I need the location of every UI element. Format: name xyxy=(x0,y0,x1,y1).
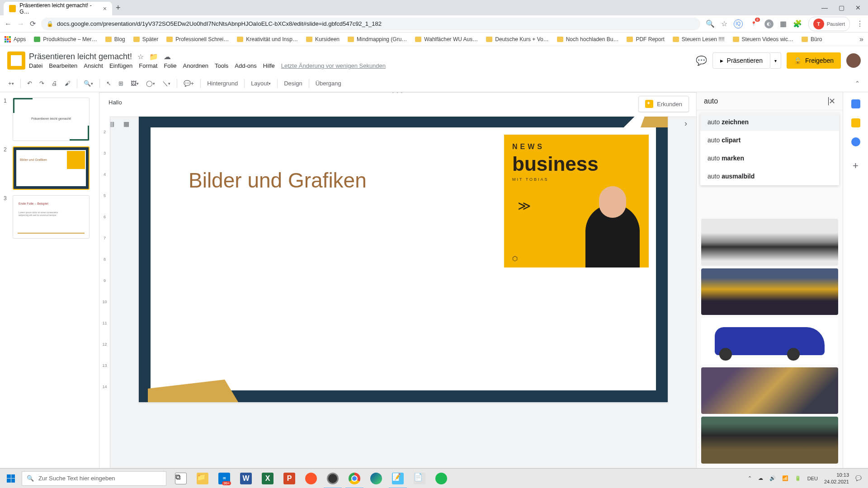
star-icon[interactable]: ☆ xyxy=(721,19,727,28)
slide-title-text[interactable]: Bilder und Grafiken xyxy=(189,168,367,192)
file-explorer-icon[interactable]: 📁 xyxy=(192,469,213,488)
menu-bearbeiten[interactable]: Bearbeiten xyxy=(49,62,77,69)
notepad2-icon[interactable]: 📄 xyxy=(409,469,430,488)
bookmarks-overflow-icon[interactable]: » xyxy=(859,35,863,43)
menu-hilfe[interactable]: Hilfe xyxy=(263,62,275,69)
slides-logo-icon[interactable] xyxy=(7,52,25,70)
share-button[interactable]: 🔒 Freigeben xyxy=(787,52,841,69)
present-dropdown[interactable]: ▾ xyxy=(770,52,781,69)
slide-embedded-image[interactable]: NEWS business MIT TOBIAS ≫ ⬡ xyxy=(504,135,649,267)
volume-icon[interactable]: 🔊 xyxy=(769,475,776,481)
speaker-notes[interactable]: • • • Hallo Erkunden xyxy=(99,92,696,117)
bookmark-item[interactable]: Mindmapping (Gru… xyxy=(348,36,407,42)
mail-icon[interactable]: ✉99+ xyxy=(213,469,235,488)
undo-icon[interactable]: ↶ xyxy=(24,78,35,89)
bookmark-item[interactable]: Später xyxy=(133,36,158,42)
layout-dropdown[interactable]: Layout xyxy=(248,78,274,89)
zoom-dropdown[interactable]: 🔍 xyxy=(81,78,96,89)
image-insert-icon[interactable]: 🖼 xyxy=(128,78,142,89)
menu-einfuegen[interactable]: Einfügen xyxy=(109,62,132,69)
new-tab-button[interactable]: + xyxy=(116,3,121,13)
bookmark-item[interactable]: Kreativität und Insp… xyxy=(237,36,298,42)
obs-icon[interactable] xyxy=(322,469,344,488)
wifi-icon[interactable]: 📶 xyxy=(782,475,788,481)
explore-search-input[interactable] xyxy=(704,97,826,105)
extension-pin-icon[interactable]: 📍8 xyxy=(749,19,758,28)
bookmark-item[interactable]: Steuern Videos wic… xyxy=(733,36,794,42)
move-folder-icon[interactable]: 📁 xyxy=(149,52,158,61)
close-explore-icon[interactable]: ✕ xyxy=(829,96,835,106)
tray-expand-icon[interactable]: ⌃ xyxy=(748,475,752,481)
redo-icon[interactable]: ↷ xyxy=(37,78,47,89)
star-outline-icon[interactable]: ☆ xyxy=(137,52,144,61)
menu-format[interactable]: Format xyxy=(139,62,157,69)
zoom-icon[interactable]: 🔍 xyxy=(706,19,715,28)
new-slide-button[interactable]: + xyxy=(5,78,17,89)
apps-shortcut[interactable]: Apps xyxy=(5,36,26,42)
powerpoint-icon[interactable]: P xyxy=(278,469,300,488)
battery-icon[interactable]: 🔋 xyxy=(795,475,801,481)
extension-grey-icon[interactable]: ◐ xyxy=(764,19,774,28)
menu-folie[interactable]: Folie xyxy=(164,62,176,69)
add-addon-icon[interactable]: + xyxy=(853,160,859,172)
minimize-icon[interactable]: — xyxy=(821,4,828,11)
language-indicator[interactable]: DEU xyxy=(807,476,818,481)
keep-icon[interactable] xyxy=(851,118,860,127)
extensions-icon[interactable]: 🧩 xyxy=(793,19,802,28)
cloud-saved-icon[interactable]: ☁ xyxy=(164,52,171,61)
back-icon[interactable]: ← xyxy=(5,20,12,28)
suggestion-item[interactable]: auto ausmalbild xyxy=(700,167,839,185)
result-image[interactable] xyxy=(701,367,838,414)
start-button[interactable] xyxy=(0,469,22,488)
present-button[interactable]: ▸ Präsentieren xyxy=(712,52,770,69)
suggestion-item[interactable]: auto clipart xyxy=(700,131,839,149)
browser-tab[interactable]: Präsentieren leicht gemacht! - G… × xyxy=(4,2,112,15)
bookmark-item[interactable]: Wahlfächer WU Aus… xyxy=(415,36,478,42)
bookmark-item[interactable]: Noch hochladen Bu… xyxy=(557,36,619,42)
address-bar[interactable]: 🔒 docs.google.com/presentation/d/1yV372S… xyxy=(41,18,700,30)
taskbar-search[interactable]: 🔍 Zur Suche Text hier eingeben xyxy=(22,471,166,486)
slide-thumb-2[interactable]: Bilder und Grafiken xyxy=(13,146,90,190)
close-window-icon[interactable]: ✕ xyxy=(855,4,861,11)
menu-anordnen[interactable]: Anordnen xyxy=(183,62,208,69)
notes-resize-handle[interactable]: • • • xyxy=(392,92,403,95)
transition-button[interactable]: Übergang xyxy=(313,78,344,89)
shape-icon[interactable]: ◯ xyxy=(143,78,158,89)
bookmark-item[interactable]: Deutsche Kurs + Vo… xyxy=(486,36,548,42)
onedrive-icon[interactable]: ☁ xyxy=(758,475,763,481)
textbox-icon[interactable]: ⊞ xyxy=(116,78,126,89)
word-icon[interactable]: W xyxy=(235,469,257,488)
notifications-icon[interactable]: 💬 xyxy=(855,475,862,481)
bookmark-item[interactable]: Büro xyxy=(802,36,822,42)
suggestion-item[interactable]: auto zeichnen xyxy=(700,113,839,131)
calendar-icon[interactable] xyxy=(851,99,860,108)
excel-icon[interactable]: X xyxy=(257,469,278,488)
menu-addons[interactable]: Add-ons xyxy=(235,62,256,69)
slide-canvas[interactable]: Bilder und Grafiken NEWS business MIT TO… xyxy=(139,105,668,402)
edge-icon[interactable] xyxy=(365,469,387,488)
maximize-icon[interactable]: ▢ xyxy=(839,4,844,11)
comment-add-icon[interactable]: 💬+ xyxy=(181,78,197,89)
reload-icon[interactable]: ⟳ xyxy=(30,19,36,28)
collapse-toolbar-icon[interactable]: ⌃ xyxy=(852,78,863,89)
explore-button[interactable]: Erkunden xyxy=(638,96,689,112)
result-image[interactable] xyxy=(701,318,838,365)
document-title[interactable]: Präsentieren leicht gemacht! xyxy=(29,52,132,61)
extension-iq-icon[interactable]: IQ xyxy=(734,19,743,28)
menu-tools[interactable]: Tools xyxy=(215,62,228,69)
slide-thumb-1[interactable]: Präsentieren leicht gemacht! xyxy=(13,98,90,141)
spotify-icon[interactable] xyxy=(430,469,452,488)
paint-format-icon[interactable]: 🖌 xyxy=(62,78,73,89)
comments-icon[interactable]: 💬 xyxy=(696,55,707,66)
bookmark-item[interactable]: Professionell Schrei… xyxy=(166,36,229,42)
close-tab-icon[interactable]: × xyxy=(103,5,107,12)
bookmark-item[interactable]: Steuern Lesen !!!! xyxy=(673,36,725,42)
result-image[interactable] xyxy=(701,417,838,464)
clock[interactable]: 10:13 24.02.2021 xyxy=(824,472,849,485)
chrome-icon[interactable] xyxy=(344,469,365,488)
slide-thumb-3[interactable]: Erste Folie – Beispiel Lorem ipsum dolor… xyxy=(13,195,90,239)
result-image[interactable] xyxy=(701,268,838,315)
profile-paused-chip[interactable]: T Pausiert xyxy=(808,17,850,31)
last-edit-link[interactable]: Letzte Änderung vor wenigen Sekunden xyxy=(281,62,386,69)
background-button[interactable]: Hintergrund xyxy=(204,78,241,89)
